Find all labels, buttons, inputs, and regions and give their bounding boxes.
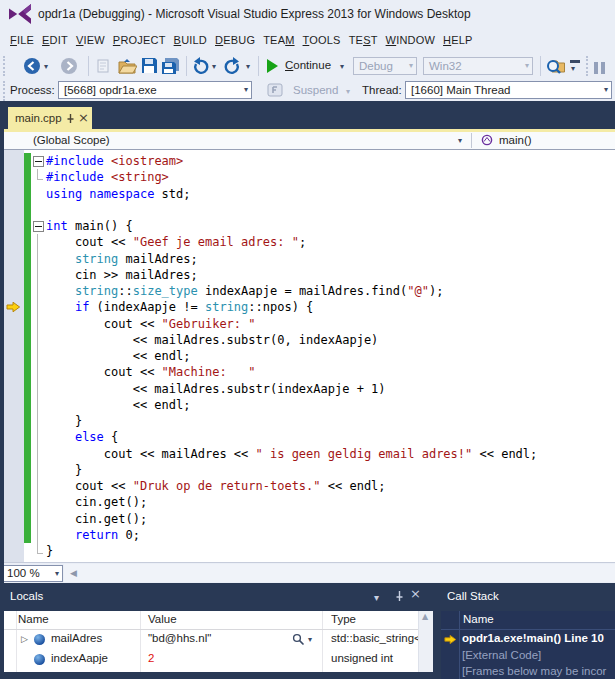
code-line-1[interactable]: #include <iostream> (4, 153, 615, 169)
menu-item-debug[interactable]: DEBUG (211, 30, 259, 50)
scroll-up-icon[interactable]: ▲ (422, 613, 428, 621)
locals-window-menu-caret[interactable]: ▾ (374, 593, 379, 603)
menu-item-test[interactable]: TEST (345, 30, 382, 50)
continue-dropdown-caret[interactable]: ▾ (340, 63, 344, 71)
code-text[interactable]: if (indexAapje != string::npos) { (46, 299, 313, 315)
margin-cell[interactable] (4, 364, 24, 380)
code-line-15[interactable]: << mailAdres.substr(indexAapje + 1) (4, 381, 615, 397)
code-line-16[interactable]: << endl; (4, 397, 615, 413)
expand-icon[interactable]: ▷ (21, 634, 28, 644)
margin-cell[interactable] (4, 478, 24, 494)
margin-cell[interactable] (4, 202, 24, 218)
tab-main-cpp[interactable]: main.cpp × (8, 107, 92, 132)
code-text[interactable]: string mailAdres; (46, 251, 198, 267)
callstack-frame[interactable]: [External Code] (441, 648, 615, 665)
zoom-combo[interactable]: 100 % ▾ (1, 565, 63, 582)
code-text[interactable]: #include <iostream> (46, 153, 183, 169)
toolbar-grip[interactable] (3, 81, 8, 101)
toolbar-grip[interactable] (586, 56, 591, 76)
code-text[interactable]: cout << "Gebruiker: " (46, 316, 256, 332)
code-line-6[interactable]: cout << "Geef je email adres: "; (4, 234, 615, 250)
code-line-3[interactable]: using namespace std; (4, 186, 615, 202)
code-line-9[interactable]: string::size_type indexAapje = mailAdres… (4, 283, 615, 299)
hscroll-track[interactable] (64, 564, 615, 582)
suspend-icon[interactable] (267, 83, 283, 97)
locals-col-type[interactable]: Type (331, 613, 356, 625)
margin-cell[interactable] (4, 316, 24, 332)
margin-cell[interactable] (4, 381, 24, 397)
code-line-20[interactable]: } (4, 462, 615, 478)
margin-cell[interactable] (4, 429, 24, 445)
locals-col-name[interactable]: Name (18, 613, 49, 625)
code-line-11[interactable]: cout << "Gebruiker: " (4, 316, 615, 332)
code-line-21[interactable]: cout << "Druk op de return-toets." << en… (4, 478, 615, 494)
code-text[interactable]: cout << "Machine: " (46, 364, 256, 380)
code-text[interactable]: cin.get(); (46, 511, 147, 527)
margin-cell[interactable] (4, 494, 24, 510)
margin-cell[interactable] (4, 283, 24, 299)
redo-dropdown-caret[interactable]: ▾ (246, 63, 250, 71)
menu-item-edit[interactable]: EDIT (38, 30, 72, 50)
code-text[interactable]: cout << "Druk op de return-toets." << en… (46, 478, 386, 494)
zoom-combo-caret[interactable]: ▾ (55, 570, 59, 578)
scope-combo[interactable]: (Global Scope) (33, 134, 110, 146)
collapse-box-icon[interactable] (33, 221, 44, 232)
code-line-14[interactable]: cout << "Machine: " (4, 364, 615, 380)
code-line-18[interactable]: else { (4, 429, 615, 445)
margin-cell[interactable] (4, 169, 24, 185)
thread-combo[interactable]: [1660] Main Thread ▾ (405, 81, 612, 99)
code-text[interactable]: cin.get(); (46, 494, 147, 510)
thread-combo-caret[interactable]: ▾ (604, 86, 608, 94)
code-text[interactable]: cout << mailAdres << " is geen geldig em… (46, 446, 537, 462)
code-text[interactable]: #include <string> (46, 169, 169, 185)
menu-item-project[interactable]: PROJECT (109, 30, 170, 50)
code-text[interactable]: cout << "Geef je email adres: "; (46, 234, 306, 250)
code-line-24[interactable]: return 0; (4, 527, 615, 543)
margin-cell[interactable] (4, 413, 24, 429)
margin-cell[interactable] (4, 348, 24, 364)
code-text[interactable]: << endl; (46, 397, 191, 413)
margin-cell[interactable] (4, 267, 24, 283)
undo-icon[interactable] (191, 57, 209, 75)
code-line-4[interactable] (4, 202, 615, 218)
visualizer-caret[interactable]: ▾ (308, 636, 312, 644)
margin-cell[interactable] (4, 332, 24, 348)
code-line-17[interactable]: } (4, 413, 615, 429)
margin-cell[interactable] (4, 397, 24, 413)
configuration-combo-caret[interactable]: ▾ (409, 62, 413, 70)
code-text[interactable]: << mailAdres.substr(indexAapje + 1) (46, 381, 386, 397)
toolbar-overflow-bar[interactable] (570, 60, 580, 63)
navigate-backward-dropdown-caret[interactable]: ▾ (44, 63, 48, 71)
pin-icon[interactable] (65, 113, 76, 125)
locals-col-value[interactable]: Value (148, 613, 177, 625)
outlining-margin[interactable] (31, 218, 46, 234)
callstack-frame[interactable]: opdr1a.exe!main() Line 10 (441, 631, 615, 648)
margin-cell[interactable] (4, 153, 24, 169)
outlining-margin[interactable] (31, 153, 46, 169)
code-line-22[interactable]: cin.get(); (4, 494, 615, 510)
code-text[interactable]: } (46, 462, 82, 478)
code-line-10[interactable]: if (indexAapje != string::npos) { (4, 299, 615, 315)
configuration-combo[interactable]: Debug ▾ (353, 57, 417, 75)
process-combo-caret[interactable]: ▾ (244, 86, 248, 94)
code-line-13[interactable]: << endl; (4, 348, 615, 364)
save-icon[interactable] (141, 57, 158, 74)
menu-item-build[interactable]: BUILD (170, 30, 211, 50)
menu-item-team[interactable]: TEAM (259, 30, 298, 50)
locals-close-icon[interactable]: × (410, 589, 421, 599)
menu-item-file[interactable]: FILE (6, 30, 38, 50)
navigate-forward-icon[interactable] (60, 57, 78, 75)
menu-item-window[interactable]: WINDOW (382, 30, 439, 50)
close-icon[interactable]: × (78, 110, 89, 125)
find-in-files-icon[interactable] (546, 57, 566, 75)
scope-combo-caret[interactable]: ▾ (458, 137, 462, 145)
open-file-icon[interactable] (117, 57, 137, 75)
margin-cell[interactable] (4, 462, 24, 478)
code-text[interactable]: cin >> mailAdres; (46, 267, 198, 283)
undo-dropdown-caret[interactable]: ▾ (212, 63, 216, 71)
margin-cell[interactable] (4, 446, 24, 462)
code-line-25[interactable]: } (4, 543, 615, 559)
code-line-2[interactable]: #include <string> (4, 169, 615, 185)
code-line-23[interactable]: cin.get(); (4, 511, 615, 527)
locals-row-mailAdres[interactable]: ▷mailAdres"bd@hhs.nl"▾std::basic_string< (4, 630, 418, 650)
